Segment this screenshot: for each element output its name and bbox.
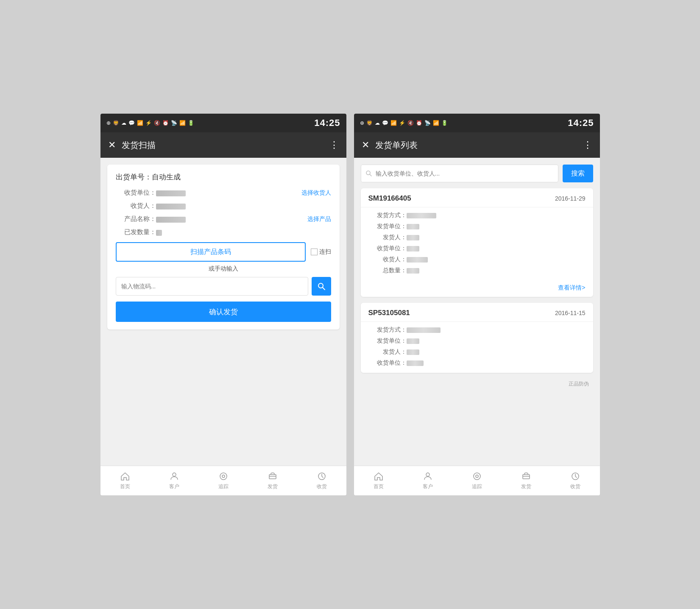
search-input-wrap xyxy=(361,165,558,182)
svg-line-1 xyxy=(323,288,325,290)
logistics-search-button[interactable] xyxy=(312,277,331,296)
usb-icon: ⚡ xyxy=(145,120,152,126)
status-time-left: 14:25 xyxy=(314,117,340,129)
total-qty-label-1: 总数量： xyxy=(368,267,407,274)
weather-icon: ☁ xyxy=(121,120,126,126)
mute-icon: 🔇 xyxy=(154,120,160,126)
alarm-icon-r: ⏰ xyxy=(416,120,422,126)
nav-item-customer-right[interactable]: 客户 xyxy=(403,471,452,490)
battery-icon-r: 🔋 xyxy=(441,120,448,126)
ship-method-label-1: 发货方式： xyxy=(368,212,407,219)
nav-item-track-left[interactable]: 追踪 xyxy=(199,471,248,490)
add-icon-r: ⊕ xyxy=(360,120,364,126)
ship-unit-value-2 xyxy=(407,338,419,344)
menu-button-right[interactable]: ⋮ xyxy=(583,140,592,151)
nav-label-ship-right: 发货 xyxy=(521,483,531,490)
order-field-receiver-1: 收货人： xyxy=(368,256,586,263)
receiver-label: 收货人： xyxy=(116,202,156,210)
weather-icon-r: ☁ xyxy=(375,120,380,126)
receiver-unit-value-1 xyxy=(407,246,419,251)
nav-item-track-right[interactable]: 追踪 xyxy=(452,471,502,490)
order-footer-1: 查看详情> xyxy=(361,280,593,297)
receiver-row: 收货人： xyxy=(116,202,331,210)
app-title-left: 发货扫描 xyxy=(122,140,324,151)
search-input-right[interactable] xyxy=(376,170,554,177)
form-card: 出货单号：自动生成 收货单位： 选择收货人 收货人： 产品名称： 选择产品 已发… xyxy=(107,165,340,330)
menu-button-left[interactable]: ⋮ xyxy=(329,140,339,151)
ship-method-label-2: 发货方式： xyxy=(368,326,407,334)
order-field-ship-method-2: 发货方式： xyxy=(368,326,586,334)
receiver-value xyxy=(156,202,331,209)
search-icon xyxy=(317,282,326,291)
nav-label-home-left: 首页 xyxy=(120,483,130,490)
nav-item-receive-left[interactable]: 收货 xyxy=(297,471,346,490)
select-product-link[interactable]: 选择产品 xyxy=(307,215,331,223)
svg-line-10 xyxy=(370,174,371,176)
select-receiver-link[interactable]: 选择收货人 xyxy=(301,189,331,197)
right-phone: ⊕ 🦁 ☁ 💬 📶 ⚡ 🔇 ⏰ 📡 📶 🔋 14:25 ✕ 发货单列表 ⋮ xyxy=(354,114,600,495)
ship-icon-left xyxy=(268,471,278,481)
status-icons-right: ⊕ 🦁 ☁ 💬 📶 ⚡ 🔇 ⏰ 📡 📶 🔋 xyxy=(360,120,448,126)
shipper-value-2 xyxy=(407,349,419,355)
order-card-1: SM19166405 2016-11-29 发货方式： 发货单位： 发货人： 收… xyxy=(361,188,593,297)
order-field-total-qty-1: 总数量： xyxy=(368,267,586,274)
bottom-nav-right: 首页 客户 追踪 发货 xyxy=(354,466,600,495)
product-name-row: 产品名称： 选择产品 xyxy=(116,215,331,223)
order-body-1: 发货方式： 发货单位： 发货人： 收货单位： 收货人： xyxy=(361,207,593,280)
battery-icon: 🔋 xyxy=(188,120,194,126)
nav-item-ship-right[interactable]: 发货 xyxy=(502,471,551,490)
close-button-left[interactable]: ✕ xyxy=(108,140,116,151)
ship-unit-label-2: 发货单位： xyxy=(368,337,407,345)
detail-link-1[interactable]: 查看详情> xyxy=(558,284,585,291)
nav-label-track-right: 追踪 xyxy=(472,483,482,490)
track-icon-left xyxy=(218,471,229,481)
product-name-label: 产品名称： xyxy=(116,215,156,223)
scan-row: 扫描产品条码 连扫 xyxy=(116,242,331,262)
order-field-ship-unit-1: 发货单位： xyxy=(368,223,586,230)
home-icon-right xyxy=(374,471,384,481)
nav-item-customer-left[interactable]: 客户 xyxy=(150,471,199,490)
nav-item-home-left[interactable]: 首页 xyxy=(100,471,150,490)
receiver-unit-value xyxy=(156,189,301,196)
customer-icon-right xyxy=(423,471,433,481)
receiver-unit-row: 收货单位： 选择收货人 xyxy=(116,189,331,197)
continuous-scan-checkbox[interactable] xyxy=(311,249,318,255)
nav-item-home-right[interactable]: 首页 xyxy=(354,471,403,490)
mute-icon-r: 🔇 xyxy=(407,120,414,126)
order-date-2: 2016-11-15 xyxy=(555,310,586,316)
order-body-2: 发货方式： 发货单位： 发货人： 收货单位： xyxy=(361,322,593,373)
logistics-input[interactable] xyxy=(116,277,308,296)
nav-label-home-right: 首页 xyxy=(374,483,384,490)
wechat-icon-r: 💬 xyxy=(382,120,388,126)
order-field-ship-unit-2: 发货单位： xyxy=(368,337,586,345)
app-bar-left: ✕ 发货扫描 ⋮ xyxy=(100,132,346,158)
order-header-1: SM19166405 2016-11-29 xyxy=(361,188,593,207)
confirm-ship-button[interactable]: 确认发货 xyxy=(116,302,331,322)
receiver-value-1 xyxy=(407,257,428,263)
ship-method-value-1 xyxy=(407,213,436,218)
nav-item-ship-left[interactable]: 发货 xyxy=(248,471,297,490)
add-icon: ⊕ xyxy=(106,120,111,126)
nav-item-receive-right[interactable]: 收货 xyxy=(551,471,600,490)
nav-label-receive-left: 收货 xyxy=(317,483,327,490)
or-manual-text: 或手动输入 xyxy=(116,265,331,273)
track-icon-right xyxy=(472,471,482,481)
close-button-right[interactable]: ✕ xyxy=(362,140,369,151)
content-right: 搜索 SM19166405 2016-11-29 发货方式： 发货单位： 发货人… xyxy=(354,158,600,466)
nav-label-customer-right: 客户 xyxy=(423,483,433,490)
shipped-qty-blur xyxy=(156,230,162,236)
svg-point-2 xyxy=(173,473,176,476)
continuous-scan-label[interactable]: 连扫 xyxy=(311,248,331,256)
status-time-right: 14:25 xyxy=(568,117,594,129)
customer-icon-left xyxy=(169,471,179,481)
order-number-title: 出货单号：自动生成 xyxy=(116,172,331,182)
search-button-right[interactable]: 搜索 xyxy=(563,165,593,182)
signal-icon: 📶 xyxy=(179,120,186,126)
watermark: 正品防伪 xyxy=(361,379,593,392)
order-date-1: 2016-11-29 xyxy=(555,195,586,202)
receive-icon-right xyxy=(570,471,580,481)
scan-barcode-button[interactable]: 扫描产品条码 xyxy=(116,242,306,262)
shipper-label-2: 发货人： xyxy=(368,348,407,356)
receive-icon-left xyxy=(317,471,327,481)
nav-label-ship-left: 发货 xyxy=(268,483,278,490)
